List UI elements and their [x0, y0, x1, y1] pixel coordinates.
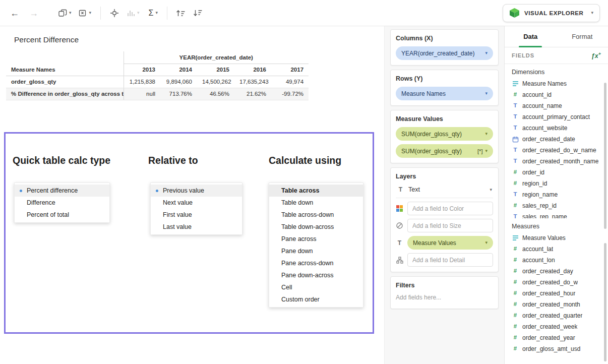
back-button[interactable]: ← — [10, 9, 19, 18]
clear-chart-button[interactable]: ▾ — [79, 9, 92, 17]
field-item[interactable]: T region_name — [505, 189, 608, 200]
sort-ascending-button[interactable] — [175, 9, 186, 17]
text-type-icon: T — [512, 125, 519, 131]
calc-using-option[interactable]: Table across-down — [269, 209, 363, 221]
filters-drop-zone[interactable]: Add fields here... — [396, 293, 493, 304]
calc-using-option[interactable]: Table down-across — [269, 221, 363, 233]
layers-shelf: Layers T Text ▾ — [390, 167, 499, 272]
sort-descending-button[interactable] — [193, 9, 203, 17]
row-label[interactable]: order_gloss_qty — [6, 76, 124, 88]
layer-type-select[interactable]: T Text ▾ — [396, 185, 493, 198]
option-label: Pane across-down — [281, 260, 334, 267]
field-item[interactable]: # account_lon — [505, 255, 608, 266]
field-name: order_created_quarter — [522, 312, 582, 319]
calc-option[interactable]: Percent of total — [15, 209, 109, 221]
field-item[interactable]: # account_id — [505, 89, 608, 100]
column-header[interactable]: Measure Names — [6, 64, 124, 76]
duplicate-chart-button[interactable]: ▾ — [58, 9, 72, 17]
field-item[interactable]: # order_id — [505, 167, 608, 178]
column-header[interactable]: 2013 — [124, 64, 160, 76]
tab-data[interactable]: Data — [505, 26, 557, 47]
dimensions-scrollbar[interactable] — [604, 83, 606, 229]
field-item[interactable]: Measure Names — [505, 78, 608, 89]
rows-pill[interactable]: Measure Names ▾ — [396, 87, 493, 100]
chevron-down-icon: ▾ — [490, 188, 492, 192]
field-item[interactable]: T account_name — [505, 100, 608, 111]
shelf-panel: Columns (X) YEAR(order_created_date) ▾ R… — [384, 26, 504, 364]
table-spanner-row: YEAR(order_created_date) — [6, 51, 309, 64]
measure-pill[interactable]: SUM(order_gloss_qty) [*] ▾ — [396, 144, 493, 158]
table-cell[interactable]: 713.76% — [160, 88, 197, 100]
calc-option[interactable]: Difference — [15, 197, 109, 209]
field-item[interactable]: Measure Values — [505, 232, 608, 244]
table-cell[interactable]: 9,894,060 — [160, 76, 197, 88]
field-item[interactable]: # order_created_week — [505, 321, 608, 332]
table-cell[interactable]: 1,215,838 — [124, 76, 160, 88]
option-label: Last value — [163, 223, 192, 230]
bar-chart-icon — [127, 9, 135, 17]
table-cell[interactable]: 17,635,243 — [234, 76, 271, 88]
column-header[interactable]: 2014 — [160, 64, 197, 76]
option-label: First value — [163, 211, 192, 218]
field-item[interactable]: # order_gloss_amt_usd — [505, 343, 608, 354]
relative-to-list: Previous value Next value First value La… — [150, 183, 242, 235]
calc-using-option[interactable]: Table down — [269, 197, 363, 209]
row-label[interactable]: % Difference in order_gloss_qty across t… — [6, 88, 124, 100]
calc-option[interactable]: Percent difference — [15, 185, 109, 197]
dimensions-list: Measure Names # account_id T account_nam… — [505, 78, 608, 218]
calc-using-option[interactable]: Pane across — [269, 233, 363, 245]
field-item[interactable]: T sales_rep_name — [505, 211, 608, 218]
calc-using-option[interactable]: Cell — [269, 281, 363, 293]
measure-pill[interactable]: SUM(order_gloss_qty) ▾ — [396, 127, 493, 141]
chart-canvas: Percent Difference YEAR(order_created_da… — [0, 26, 384, 364]
table-cell[interactable]: 14,500,262 — [197, 76, 234, 88]
field-item[interactable]: # order_created_year — [505, 332, 608, 343]
number-icon: # — [512, 180, 519, 187]
calc-using-option[interactable]: Pane down-across — [269, 269, 363, 281]
field-item[interactable]: T order_created_do_w_name — [505, 145, 608, 156]
aggregate-button[interactable]: Σ ▾ — [149, 9, 158, 18]
column-header[interactable]: 2017 — [271, 64, 309, 76]
color-field-input[interactable] — [407, 202, 493, 215]
plus-glyph: + — [598, 51, 601, 56]
columns-pill[interactable]: YEAR(order_created_date) ▾ — [396, 46, 493, 60]
page-title: Percent Difference — [14, 35, 79, 44]
field-item[interactable]: # order_created_hour — [505, 288, 608, 299]
field-item[interactable]: # order_created_quarter — [505, 310, 608, 321]
detail-field-input[interactable] — [407, 253, 493, 267]
field-item[interactable]: # account_lat — [505, 244, 608, 255]
visual-explorer-button[interactable]: VISUAL EXPLORER ▾ — [503, 4, 600, 22]
selection-tool-button[interactable] — [110, 9, 119, 18]
column-header[interactable]: 2016 — [234, 64, 271, 76]
measures-scrollbar[interactable] — [604, 243, 606, 361]
calc-using-option[interactable]: Pane across-down — [269, 257, 363, 269]
calc-using-option[interactable]: Pane down — [269, 245, 363, 257]
tab-format[interactable]: Format — [557, 26, 608, 47]
table-cell[interactable]: 49,974 — [271, 76, 309, 88]
relative-option[interactable]: Previous value — [151, 185, 242, 197]
field-item[interactable]: # order_created_month — [505, 299, 608, 310]
field-item[interactable]: # sales_rep_id — [505, 200, 608, 211]
relative-option[interactable]: Last value — [151, 221, 242, 233]
table-cell[interactable]: 46.56% — [197, 88, 234, 100]
chevron-down-icon: ▾ — [485, 149, 488, 153]
relative-option[interactable]: First value — [151, 209, 242, 221]
column-header[interactable]: 2015 — [197, 64, 234, 76]
field-item[interactable]: T account_primary_contact — [505, 111, 608, 123]
table-cell[interactable]: 21.62% — [234, 88, 271, 100]
table-calc-marker: [*] — [477, 148, 482, 154]
table-cell[interactable]: null — [124, 88, 160, 100]
calc-using-option[interactable]: Custom order — [269, 293, 363, 306]
text-shelf-pill[interactable]: Measure Values ▾ — [407, 236, 493, 250]
field-item[interactable]: T order_created_month_name — [505, 156, 608, 167]
calc-using-option[interactable]: Table across — [269, 185, 363, 197]
table-cell[interactable]: -99.72% — [271, 88, 309, 100]
field-item[interactable]: # region_id — [505, 178, 608, 189]
field-item[interactable]: # order_created_day — [505, 266, 608, 277]
field-item[interactable]: order_created_date — [505, 134, 608, 145]
field-item[interactable]: T account_website — [505, 123, 608, 134]
relative-option[interactable]: Next value — [151, 197, 242, 209]
size-field-input[interactable] — [407, 219, 493, 232]
field-item[interactable]: # order_created_do_w — [505, 277, 608, 288]
add-formula-icon[interactable]: ƒx+ — [591, 51, 601, 59]
